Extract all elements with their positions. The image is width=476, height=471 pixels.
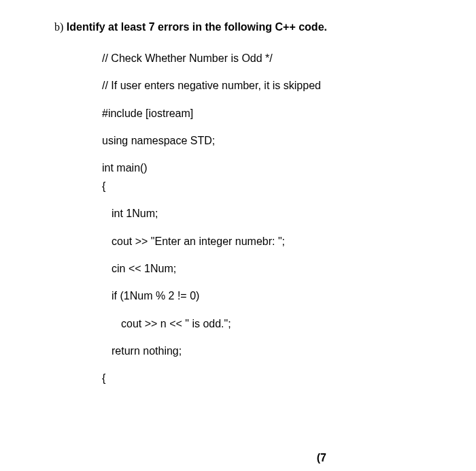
code-block: // Check Whether Number is Odd */ // If …	[102, 51, 435, 387]
code-line-4: using namespace STD;	[102, 133, 435, 148]
code-line-2: // If user enters negative number, it is…	[102, 78, 435, 93]
code-line-8: cout >> "Enter an integer numebr: ";	[112, 234, 435, 249]
code-line-12: return nothing;	[112, 344, 435, 359]
code-line-5: int main()	[102, 161, 435, 176]
question-header: b) Identify at least 7 errors in the fol…	[54, 20, 435, 35]
code-line-3: #include [iostream]	[102, 106, 435, 121]
question-label: b)	[54, 21, 63, 33]
code-line-6: {	[102, 179, 435, 194]
code-line-11: cout >> n << " is odd.";	[121, 316, 435, 331]
code-line-1: // Check Whether Number is Odd */	[102, 51, 435, 66]
points-label: (7	[317, 452, 326, 464]
code-line-9: cin << 1Num;	[112, 261, 435, 276]
code-line-10: if (1Num % 2 != 0)	[112, 289, 435, 304]
code-line-13: {	[102, 371, 435, 386]
code-line-7: int 1Num;	[112, 206, 435, 221]
question-title: Identify at least 7 errors in the follow…	[67, 21, 327, 33]
